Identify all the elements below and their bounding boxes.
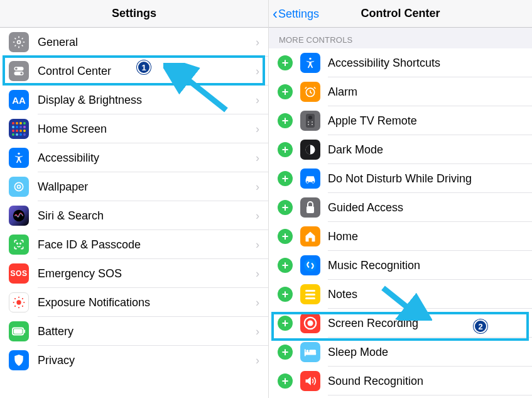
control-row-apple-tv-remote[interactable]: +Apple TV Remote: [269, 106, 532, 135]
control-row-do-not-disturb-while-driving[interactable]: +Do Not Disturb While Driving: [269, 164, 532, 193]
svg-point-0: [18, 41, 21, 44]
svg-point-33: [312, 181, 315, 184]
control-row-dark-mode[interactable]: +Dark Mode: [269, 135, 532, 164]
sound-icon: [300, 371, 320, 391]
add-control-button[interactable]: +: [278, 373, 293, 389]
svg-rect-21: [14, 329, 23, 333]
settings-row-face-id-passcode[interactable]: Face ID & Passcode›: [0, 230, 268, 259]
row-label: Siri & Search: [38, 209, 256, 223]
back-button[interactable]: ‹ Settings: [273, 0, 319, 28]
add-control-button[interactable]: +: [278, 113, 293, 128]
svg-point-40: [307, 350, 309, 352]
add-control-button[interactable]: +: [278, 142, 293, 157]
row-label: Do Not Disturb While Driving: [328, 172, 532, 185]
settings-row-privacy[interactable]: Privacy›: [0, 346, 268, 375]
row-label: Control Center: [38, 65, 256, 78]
svg-point-26: [308, 116, 312, 119]
control-row-alarm[interactable]: +Alarm: [269, 77, 532, 106]
exposure-icon: [9, 292, 29, 312]
more-controls-section: MORE CONTROLS: [269, 28, 532, 48]
svg-rect-41: [309, 350, 316, 352]
svg-point-28: [312, 121, 313, 123]
control-row-notes[interactable]: +Notes: [269, 280, 532, 309]
add-control-button[interactable]: +: [278, 55, 293, 70]
row-label: Home Screen: [38, 123, 256, 136]
settings-row-exposure-notifications[interactable]: Exposure Notifications›: [0, 288, 268, 317]
chevron-left-icon: ‹: [273, 6, 278, 21]
add-control-button[interactable]: +: [278, 287, 293, 302]
settings-row-display-brightness[interactable]: AADisplay & Brightness›: [0, 86, 268, 114]
control-row-sleep-mode[interactable]: +Sleep Mode: [269, 338, 532, 367]
wallpaper-icon: [9, 177, 29, 197]
home-grid-icon: [9, 119, 29, 139]
row-label: Notes: [328, 288, 532, 301]
chevron-right-icon: ›: [256, 238, 268, 252]
control-center-pane: ‹ Settings Control Center MORE CONTROLS …: [268, 0, 532, 398]
row-label: Music Recognition: [328, 259, 532, 272]
settings-row-wallpaper[interactable]: Wallpaper›: [0, 172, 268, 201]
back-label: Settings: [278, 8, 319, 21]
svg-rect-38: [305, 352, 316, 355]
add-control-button[interactable]: +: [278, 345, 293, 360]
settings-row-battery[interactable]: Battery›: [0, 317, 268, 346]
row-label: Face ID & Passcode: [38, 238, 256, 252]
svg-point-16: [14, 298, 16, 299]
add-control-button[interactable]: +: [278, 84, 293, 99]
control-row-music-recognition[interactable]: +Music Recognition: [269, 251, 532, 280]
chevron-right-icon: ›: [256, 65, 268, 78]
faceid-icon: [9, 235, 29, 255]
settings-row-general[interactable]: General›: [0, 28, 268, 57]
control-row-home[interactable]: +Home: [269, 222, 532, 251]
gear-icon: [9, 32, 29, 52]
row-label: Wallpaper: [38, 180, 256, 194]
battery-icon: [9, 321, 29, 341]
settings-title: Settings: [112, 7, 156, 20]
row-label: Exposure Notifications: [38, 296, 256, 309]
display-icon: AA: [9, 90, 29, 110]
chevron-right-icon: ›: [256, 296, 268, 309]
row-label: Battery: [38, 325, 256, 338]
add-control-button[interactable]: +: [278, 229, 293, 244]
control-center-title: Control Center: [361, 7, 440, 20]
add-control-button[interactable]: +: [278, 171, 293, 186]
settings-header: Settings: [0, 0, 268, 28]
svg-point-14: [13, 302, 14, 303]
svg-point-18: [14, 306, 16, 307]
svg-point-12: [18, 297, 19, 298]
add-control-button[interactable]: +: [278, 258, 293, 273]
svg-point-23: [309, 58, 311, 60]
svg-point-37: [307, 320, 313, 326]
lock-icon: [300, 197, 320, 218]
row-label: Alarm: [328, 86, 532, 99]
add-control-button[interactable]: +: [278, 316, 293, 331]
control-row-sound-recognition[interactable]: +Sound Recognition: [269, 367, 532, 395]
svg-point-2: [15, 67, 18, 70]
row-label: Screen Recording: [328, 317, 532, 330]
control-row-screen-recording[interactable]: +Screen Recording: [269, 309, 532, 338]
settings-row-home-screen[interactable]: Home Screen›: [0, 114, 268, 143]
settings-row-accessibility[interactable]: Accessibility›: [0, 143, 268, 172]
settings-row-control-center[interactable]: Control Center›: [0, 57, 268, 86]
alarm-icon: [300, 82, 320, 102]
svg-point-19: [22, 306, 23, 307]
row-label: Apple TV Remote: [328, 114, 532, 128]
svg-rect-39: [305, 349, 306, 356]
svg-point-13: [18, 307, 19, 308]
settings-row-emergency-sos[interactable]: SOSEmergency SOS›: [0, 259, 268, 288]
chevron-right-icon: ›: [256, 354, 268, 367]
row-label: Emergency SOS: [38, 267, 256, 280]
chevron-right-icon: ›: [256, 94, 268, 107]
control-row-guided-access[interactable]: +Guided Access: [269, 193, 532, 222]
svg-point-30: [312, 124, 313, 125]
svg-point-27: [308, 121, 309, 123]
chevron-right-icon: ›: [256, 36, 268, 49]
chevron-right-icon: ›: [256, 152, 268, 165]
siri-icon: [9, 206, 29, 226]
svg-point-15: [23, 302, 24, 303]
control-row-accessibility-shortcuts[interactable]: +Accessibility Shortcuts: [269, 48, 532, 77]
svg-point-5: [18, 153, 19, 155]
record-icon: [300, 313, 320, 333]
add-control-button[interactable]: +: [278, 200, 293, 215]
svg-point-11: [16, 300, 21, 304]
settings-row-siri-search[interactable]: Siri & Search›: [0, 201, 268, 230]
